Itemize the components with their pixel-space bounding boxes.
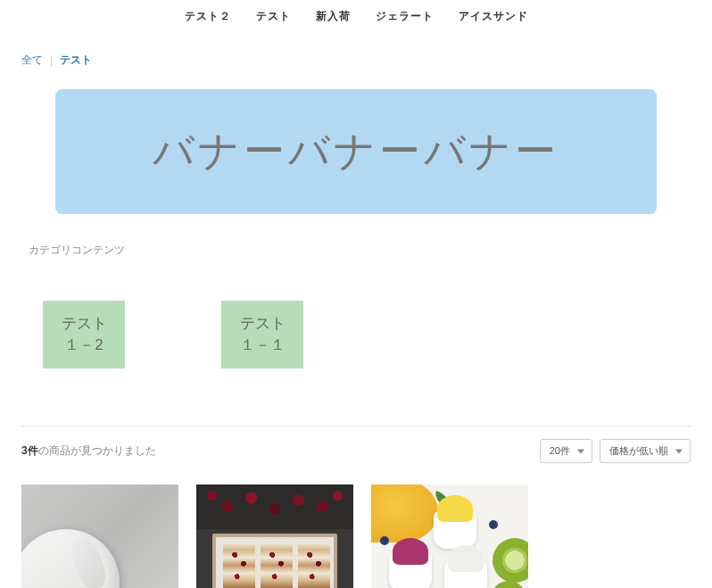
product-image [212, 534, 337, 588]
tile-line: １－１ [240, 335, 286, 356]
subcategory-tiles: テスト １－2 テスト １－１ [43, 301, 691, 369]
results-count-text: 3件の商品が見つかりました [21, 443, 156, 459]
nav-item[interactable]: テスト２ [185, 9, 231, 24]
nav-item[interactable]: ジェラート [376, 9, 434, 24]
per-page-select[interactable]: 20件 [540, 439, 592, 463]
product-image [196, 484, 353, 529]
results-suffix: の商品が見つかりました [38, 444, 156, 457]
nav-item[interactable]: アイスサンド [459, 9, 528, 24]
results-number: 3件 [21, 444, 38, 457]
breadcrumb: 全て | テスト [21, 53, 691, 68]
top-nav: テスト２ テスト 新入荷 ジェラート アイスサンド [0, 0, 712, 40]
list-controls: 20件 価格が低い順 [540, 439, 691, 463]
results-bar: 3件の商品が見つかりました 20件 価格が低い順 [21, 439, 691, 463]
breadcrumb-root-link[interactable]: 全て [21, 53, 43, 68]
nav-item[interactable]: 新入荷 [316, 9, 351, 24]
sort-value: 価格が低い順 [609, 445, 668, 456]
category-contents-label: カテゴリコンテンツ [29, 243, 683, 258]
product-grid [21, 484, 691, 588]
breadcrumb-separator: | [50, 54, 53, 67]
product-image [21, 529, 120, 588]
sort-select[interactable]: 価格が低い順 [600, 439, 691, 463]
banner-text: バナーバナーバナー [153, 124, 559, 179]
tile-line: １－2 [64, 335, 103, 356]
hero-banner[interactable]: バナーバナーバナー [55, 89, 657, 214]
per-page-value: 20件 [550, 445, 570, 456]
divider [21, 426, 691, 427]
product-card[interactable] [21, 484, 178, 588]
product-card[interactable] [196, 484, 353, 588]
breadcrumb-current: テスト [60, 53, 92, 68]
product-image [371, 484, 438, 542]
nav-item[interactable]: テスト [256, 9, 291, 24]
tile-line: テスト [62, 313, 107, 335]
subcategory-tile[interactable]: テスト １－１ [221, 301, 303, 369]
tile-line: テスト [240, 313, 286, 335]
subcategory-tile[interactable]: テスト １－2 [43, 301, 125, 369]
product-card[interactable] [371, 484, 528, 588]
